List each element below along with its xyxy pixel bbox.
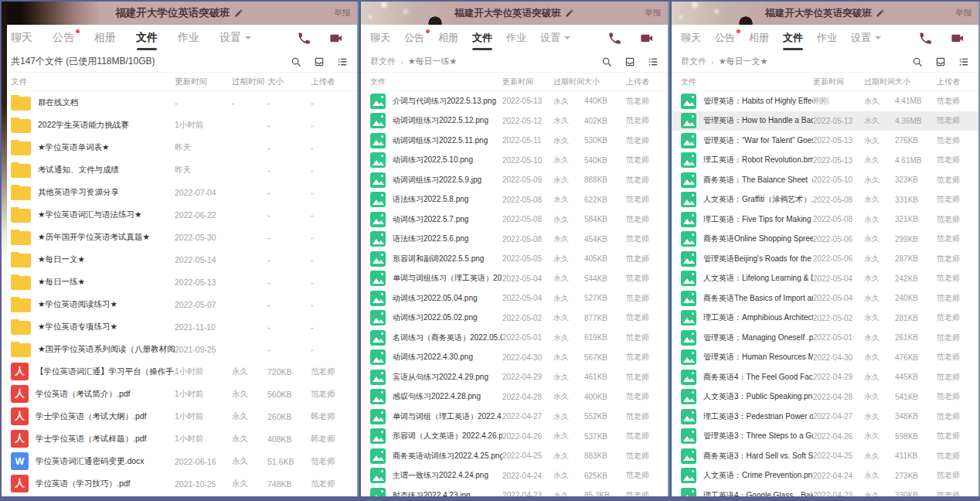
file-row[interactable]: 管理英语：Managing Oneself .png2022-05-01永久26… [672, 328, 978, 348]
file-row[interactable]: 人学士学位英语（考试大纲）.pdf1小时前永久260KB韩老师 [2, 405, 357, 428]
voice-call-button[interactable] [918, 31, 933, 46]
folder-row[interactable]: 其他英语学习资源分享2022-07-04-- [2, 181, 357, 203]
folder-row[interactable]: ★历年国开学位英语考试真题★2022-05-30-- [2, 226, 357, 248]
file-row[interactable]: 名词练习（商务英语）2022.05.01.png2022-05-01永久619K… [361, 328, 668, 348]
file-row[interactable]: 管理英语：Human Resources Managem...2022-04-3… [672, 348, 978, 368]
file-row[interactable]: 人学士学位英语（考试样题）.pdf1小时前永久408KB韩老师 [2, 428, 357, 450]
tab-announcement[interactable]: 公告 [53, 31, 74, 45]
file-row[interactable]: 时态练习2022.4.23.jpg2022-04-23永久85.3KB范老师 [361, 486, 668, 496]
file-row[interactable]: 动词练习2022.05.04.png2022-05-04永久527KB范老师 [361, 288, 668, 308]
tab-homework[interactable]: 作业 [506, 31, 526, 45]
file-row[interactable]: 动词词组练习2022.5.9.jpg2022-05-09永久888KB范老师 [361, 170, 668, 190]
folder-row[interactable]: 考试通知、文件与成绩昨天-- [2, 158, 357, 181]
file-row[interactable]: 人【学位英语词汇通】学习平台（操作手册）.pdf1小时前永久720KB范老师 [2, 360, 357, 383]
tab-settings[interactable]: 设置 [540, 31, 570, 45]
breadcrumb-root[interactable]: 群文件 [681, 56, 706, 67]
list-view-icon[interactable] [648, 56, 658, 67]
file-row[interactable]: 介词与代词练习2022.5.13.png2022-05-13永久440KB范老师 [361, 91, 668, 111]
tab-album[interactable]: 相册 [94, 31, 116, 45]
breadcrumb-root[interactable]: 群文件 [370, 56, 396, 67]
folder-row[interactable]: ★学位英语专项练习★2021-11-10-- [2, 315, 357, 338]
tab-settings[interactable]: 设置 [219, 31, 251, 45]
file-row[interactable]: 管理英语：“War for Talent” Goes on i...2022-0… [672, 131, 978, 151]
tab-settings[interactable]: 设置 [851, 31, 881, 45]
file-row[interactable]: 管理英语：How to Handle a Bad Perfor...2022-0… [672, 111, 978, 131]
file-row[interactable]: 理工英语：Robot Revolution.bmp2022-05-13永久4.6… [672, 151, 978, 171]
folder-row[interactable]: ★每日一练★2022-05-13-- [2, 271, 357, 293]
file-row[interactable]: 语法练习2022.5.6.png2022-05-08永久454KB范老师 [361, 230, 668, 250]
tab-chat[interactable]: 聊天 [11, 31, 32, 45]
file-row[interactable]: 形容词和副词2022.5.5.png2022-05-05永久405KB范老师 [361, 249, 668, 269]
tab-chat[interactable]: 聊天 [370, 31, 390, 45]
file-row[interactable]: 动词练习2022.4.30.png2022-04-30永久567KB范老师 [361, 348, 668, 368]
search-icon[interactable] [291, 56, 301, 67]
file-row[interactable]: 形容词（人文英语）2022.4.26.png2022-04-26永久537KB范… [361, 427, 668, 447]
file-row[interactable]: 动词词组练习2022.5.11.png2022-05-11永久530KB范老师 [361, 131, 668, 151]
file-row[interactable]: 动词练习2022.05.02.png2022-05-02永久877KB范老师 [361, 308, 668, 329]
file-row[interactable]: 人学位英语（考试简介）.pdf1小时前永久560KB范老师 [2, 383, 357, 405]
folder-row[interactable]: ★学位英语词汇与语法练习★2022-06-22-- [2, 203, 357, 226]
video-call-button[interactable] [950, 31, 965, 46]
file-row[interactable]: 感叹句练习2022.4.28.png2022-04-28永久400KB范老师 [361, 387, 668, 407]
tab-chat[interactable]: 聊天 [681, 31, 701, 45]
tab-album[interactable]: 相册 [749, 31, 769, 45]
tab-files[interactable]: 文件 [783, 31, 803, 45]
save-to-device-icon[interactable] [314, 56, 325, 67]
video-call-button[interactable] [328, 31, 343, 46]
folder-row[interactable]: 2022学生英语能力挑战赛1小时前-- [2, 114, 357, 136]
file-row[interactable]: 商务英语动词练习2022.4.25.png2022-04-25永久883KB范老… [361, 446, 668, 466]
file-row[interactable]: 理工英语3：Pedestrian Power on Tiles.png2022-… [672, 407, 978, 427]
file-row[interactable]: 商务英语Online Shopping Spree Sets Re...2022… [672, 230, 978, 250]
file-row[interactable]: 人文英语：Graffiti（涂鸦艺术）.png2022-05-08永久331KB… [672, 190, 978, 210]
voice-call-button[interactable] [297, 31, 311, 46]
file-row[interactable]: 语法练习2022.5.8.png2022-05-08永久622KB范老师 [361, 190, 668, 210]
file-row[interactable]: 单词与词组练习（理工英语）2022.5.3.png2022-05-04永久544… [361, 269, 668, 289]
edit-title-icon[interactable] [565, 9, 574, 18]
folder-row[interactable]: ★国开学位英语系列阅读（八册教材阅读）★2021-09-25-- [2, 338, 357, 360]
file-row[interactable]: 商务英语The Basics of Import and Expor...202… [672, 288, 978, 308]
save-to-device-icon[interactable] [624, 56, 635, 67]
file-row[interactable]: 主谓一致练习2022.4.24.png2022-04-24永久625KB范老师 [361, 466, 668, 486]
tab-files[interactable]: 文件 [472, 31, 492, 45]
file-row[interactable]: 动词练习2022.5.10.png2022-05-10永久540KB范老师 [361, 151, 668, 171]
report-button[interactable]: 举报 [955, 8, 971, 19]
save-to-device-icon[interactable] [935, 56, 946, 67]
folder-row[interactable]: 群在线文档---- [2, 91, 357, 114]
file-row[interactable]: 理工英语4：Google Glass、Baidu Eye!.png2022-04… [672, 486, 978, 496]
file-row[interactable]: 商务英语3：Hard Sell vs. Soft Sell.png2022-04… [672, 446, 978, 466]
file-row[interactable]: 人文英语3：Public Speaking.png2022-04-28永久541… [672, 387, 978, 407]
folder-row[interactable]: ★学位英语阅读练习★2022-05-07-- [2, 293, 357, 315]
tab-announcement[interactable]: 公告 [404, 31, 424, 45]
report-button[interactable]: 举报 [645, 8, 661, 19]
tab-homework[interactable]: 作业 [178, 31, 199, 45]
list-view-icon[interactable] [337, 56, 348, 67]
file-row[interactable]: 动词词组练习2022.5.12.png2022-05-12永久402KB范老师 [361, 111, 668, 131]
list-view-icon[interactable] [958, 56, 969, 67]
file-row[interactable]: 理工英语：Five Tips for Making Your Ho...2022… [672, 210, 978, 230]
tab-homework[interactable]: 作业 [817, 31, 837, 45]
file-row[interactable]: 理工英语：Amphibious Architecture、Flo...2022-… [672, 308, 978, 329]
edit-title-icon[interactable] [234, 9, 243, 18]
search-icon[interactable] [912, 56, 923, 67]
file-row[interactable]: 商务英语：The Balance Sheet（资产负债...2022-05-10… [672, 170, 978, 190]
file-row[interactable]: 动词练习2022.5.7.png2022-05-08永久584KB范老师 [361, 210, 668, 230]
file-row[interactable]: 人文英语：Lifelong Learning & Distance ...202… [672, 269, 978, 289]
video-call-button[interactable] [639, 31, 654, 46]
file-row[interactable]: 商务英语4：The Feel Good Factor in Cus...2022… [672, 367, 978, 387]
folder-row[interactable]: ★每日一文★2022-05-14-- [2, 248, 357, 271]
file-row[interactable]: 人文英语：Crime Prevention.png2022-04-24永久273… [672, 466, 978, 486]
search-icon[interactable] [601, 56, 612, 67]
file-row[interactable]: 管理英语3：Three Steps to a Good Mar...2022-0… [672, 427, 978, 447]
file-row[interactable]: W学位英语词汇通密码变更.docx2022-06-16永久51.6KB范老师 [2, 450, 357, 472]
tab-album[interactable]: 相册 [438, 31, 458, 45]
tab-files[interactable]: 文件 [136, 31, 158, 45]
file-row[interactable]: 人学位英语（学习技巧）.pdf2021-10-25永久748KB范老师 [2, 472, 357, 495]
tab-announcement[interactable]: 公告 [715, 31, 735, 45]
voice-call-button[interactable] [607, 31, 622, 46]
file-row[interactable]: 宾语从句练习2022.4.29.png2022-04-29永久461KB范老师 [361, 367, 668, 387]
file-row[interactable]: 管理英语Beijing's Roads for the Future...202… [672, 249, 978, 269]
folder-row[interactable]: ★学位英语单词表★昨天-- [2, 136, 357, 158]
file-row[interactable]: 管理英语：Habits of Highly Effective Co...刚刚永… [672, 91, 978, 111]
file-row[interactable]: 单词与词组（理工英语）2022.4.27.png2022-04-27永久552K… [361, 407, 668, 427]
report-button[interactable]: 举报 [334, 8, 350, 19]
